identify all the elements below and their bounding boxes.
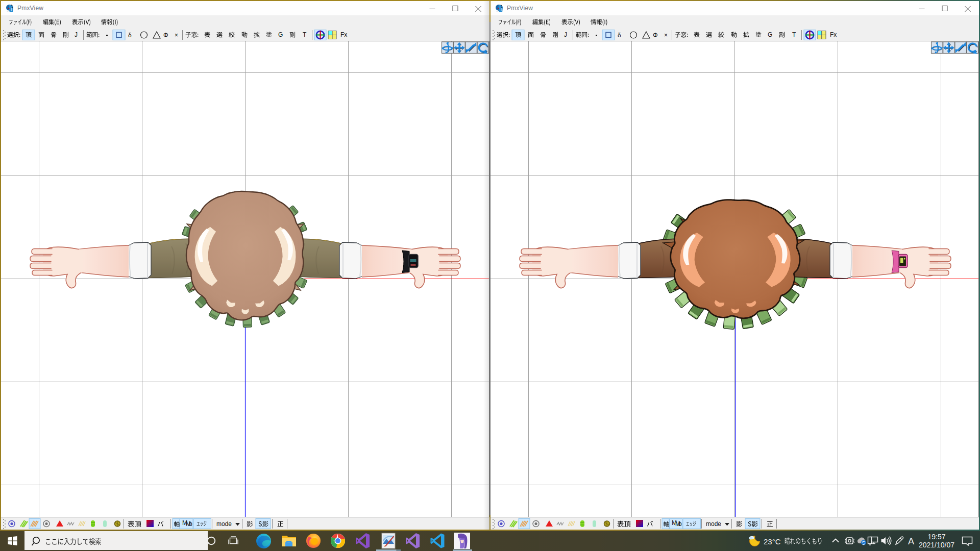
svg-text:J: J	[564, 31, 567, 38]
svg-text:b: b	[678, 520, 682, 528]
svg-text:A: A	[908, 536, 914, 546]
svg-text:G: G	[278, 31, 283, 38]
svg-text:23°C: 23°C	[764, 537, 781, 546]
svg-text:b: b	[189, 520, 192, 528]
svg-text:×: ×	[664, 32, 668, 39]
svg-text:Fx: Fx	[340, 31, 347, 38]
svg-text:Φ: Φ	[653, 32, 658, 39]
svg-text:Φ: Φ	[163, 32, 168, 39]
svg-text:T: T	[303, 31, 307, 38]
svg-text:T: T	[792, 31, 796, 38]
svg-text:δ: δ	[618, 32, 621, 39]
svg-text:mode: mode	[706, 520, 721, 528]
svg-text:mode: mode	[216, 520, 232, 528]
svg-text:G: G	[768, 31, 772, 38]
svg-text:δ: δ	[128, 32, 132, 39]
svg-text:×: ×	[175, 32, 178, 39]
svg-text:J: J	[75, 31, 78, 38]
svg-text:Fx: Fx	[830, 31, 837, 38]
